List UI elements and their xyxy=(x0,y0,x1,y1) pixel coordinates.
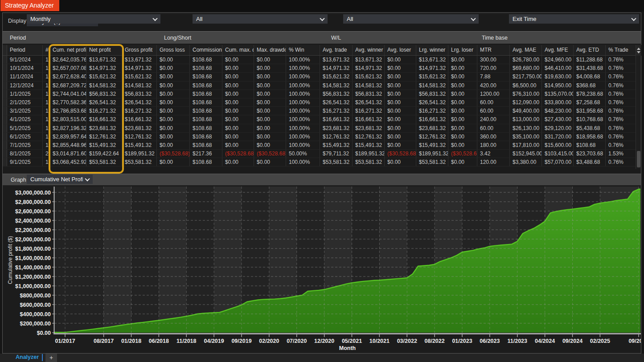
svg-text:02/2020: 02/2020 xyxy=(259,338,279,344)
table-cell: $0.00 xyxy=(254,64,286,72)
table-cell: $69,680.00 xyxy=(510,64,542,72)
table-row[interactable]: 7/1/20251$2,855,448.96$15,491.32$15,491.… xyxy=(3,141,641,150)
period-select[interactable]: Monthly xyxy=(27,14,160,24)
column-header[interactable]: Lrg. winner xyxy=(416,45,448,55)
table-cell: 0.76% xyxy=(606,158,636,166)
table-cell: $23,681.32 xyxy=(86,124,122,132)
svg-text:$3,000,000.00: $3,000,000.00 xyxy=(15,190,51,196)
table-row[interactable]: 4/1/20251$2,803,515.00$16,661.32$16,661.… xyxy=(3,115,641,124)
table-cell: $53,581.32 xyxy=(416,158,448,166)
scrollbar-thumb[interactable] xyxy=(637,151,640,167)
table-cell: $0.00 xyxy=(222,73,254,81)
table-cell: 100.00% xyxy=(286,90,320,98)
table-cell: 4/1/2025 xyxy=(7,115,43,123)
column-header[interactable]: # xyxy=(43,45,50,55)
svg-text:11/2018: 11/2018 xyxy=(176,338,197,344)
table-cell: $56,831.32 xyxy=(122,90,157,98)
table-cell: $2,642,035.76 xyxy=(50,56,86,64)
table-row[interactable]: 9/1/20251$3,068,452.92$53,581.32$53,581.… xyxy=(3,158,641,167)
svg-text:$800,000.00: $800,000.00 xyxy=(20,293,51,299)
table-cell: 3.42 xyxy=(477,150,510,158)
graph-select[interactable]: Cumulative Net Profit xyxy=(27,175,93,184)
table-cell: $103,415.00 xyxy=(542,150,574,158)
table-cell: $15,621.32 xyxy=(353,73,385,81)
table-cell: $0.00 xyxy=(254,124,286,132)
table-cell: 1 xyxy=(43,158,50,166)
table-cell: $15,621.32 xyxy=(86,73,122,81)
column-header[interactable]: Lrg. loser xyxy=(448,45,477,55)
table-cell: $12,761.32 xyxy=(320,133,353,141)
table-row[interactable]: 5/1/20251$2,827,196.32$23,681.32$23,681.… xyxy=(3,124,641,133)
table-row[interactable]: 11/1/20241$2,672,628.40$15,621.32$15,621… xyxy=(3,73,641,81)
column-header[interactable]: Avg. loser xyxy=(385,45,416,55)
table-cell: $79,711.32 xyxy=(320,150,353,158)
row-gutter xyxy=(3,90,7,98)
column-header[interactable]: Cum. net profit xyxy=(50,45,86,55)
table-cell: $189,951.32 xyxy=(353,150,385,158)
column-header[interactable]: % Win xyxy=(286,45,320,55)
table-cell: $108.68 xyxy=(190,56,222,64)
column-header[interactable]: MTR xyxy=(477,45,510,55)
table-cell: 0.76% xyxy=(606,64,636,72)
svg-text:09/2019: 09/2019 xyxy=(231,338,251,344)
column-header[interactable]: Cum. max. drawdown xyxy=(222,45,254,55)
column-header[interactable]: Period xyxy=(7,45,43,55)
table-row[interactable]: 10/1/20241$2,657,007.08$14,971.32$14,971… xyxy=(3,64,641,73)
table-row[interactable]: 1/1/20251$2,744,041.04$56,831.32$56,831.… xyxy=(3,90,641,98)
table-cell: 100.00% xyxy=(286,107,320,115)
add-tab-button[interactable]: + xyxy=(45,354,57,362)
table-cell: 0.76% xyxy=(606,115,636,123)
table-cell: $17,810.00 xyxy=(510,141,542,149)
table-cell: $0.00 xyxy=(448,64,477,72)
chevron-down-icon xyxy=(320,16,324,20)
table-cell: $19,630.00 xyxy=(542,73,574,81)
wl-label: W/L xyxy=(331,35,341,41)
column-header[interactable]: Avg. MAE xyxy=(510,45,542,55)
table-row[interactable]: 2/1/20251$2,770,582.36$26,541.32$26,541.… xyxy=(3,98,641,107)
table-cell: 120.00 xyxy=(477,158,510,166)
column-header[interactable]: Gross loss xyxy=(157,45,190,55)
column-header[interactable]: Avg. MFE xyxy=(542,45,574,55)
scroll-up-icon[interactable] xyxy=(637,48,640,50)
table-cell: $217,750.00 xyxy=(510,73,542,81)
table-cell: $14,971.32 xyxy=(86,64,122,72)
table-cell: $2,657,007.08 xyxy=(50,64,86,72)
table-row[interactable]: 3/1/20251$2,786,853.68$16,271.32$16,271.… xyxy=(3,107,641,115)
svg-text:06/2023: 06/2023 xyxy=(480,338,500,344)
column-header[interactable]: Avg. winner xyxy=(353,45,385,55)
table-cell: $0.00 xyxy=(385,98,416,106)
row-gutter xyxy=(3,133,7,141)
table-cell: $35,100.00 xyxy=(510,133,542,141)
wl-select[interactable]: All xyxy=(343,14,479,24)
column-header[interactable]: Avg. ETD xyxy=(574,45,606,55)
column-header[interactable]: Net profit xyxy=(86,45,122,55)
table-row[interactable]: 6/1/20251$2,839,957.64$12,761.32$12,761.… xyxy=(3,133,641,141)
long-short-select[interactable]: All xyxy=(193,14,328,24)
tab-analyzer[interactable]: Analyzer xyxy=(16,354,39,360)
table-cell: $16,661.32 xyxy=(353,115,385,123)
table-cell: 10/1/2024 xyxy=(7,64,43,72)
table-cell: 6/1/2025 xyxy=(7,133,43,141)
strategy-analyzer-tab[interactable]: Strategy Analyzer xyxy=(0,0,59,11)
table-cell: $2,855,448.96 xyxy=(50,141,86,149)
strategy-analyzer-window: Display Analysis ($) Period Long/Short W… xyxy=(2,12,641,354)
table-row[interactable]: 8/1/20252$3,014,871.60$159,422.64$189,95… xyxy=(3,150,641,158)
table-row[interactable]: 12/1/20241$2,687,209.72$14,581.32$14,581… xyxy=(3,81,641,90)
table-cell: $0.00 xyxy=(157,64,190,72)
chevron-down-icon xyxy=(631,16,636,20)
column-header[interactable]: Avg. trade xyxy=(320,45,353,55)
column-header[interactable]: % Trade xyxy=(606,45,636,55)
column-header[interactable]: Gross profit xyxy=(122,45,157,55)
table-scrollbar[interactable] xyxy=(636,45,641,169)
column-header[interactable]: Commission xyxy=(190,45,222,55)
table-cell: 100.00% xyxy=(286,64,320,72)
scroll-down-icon[interactable] xyxy=(637,51,640,53)
table-cell: 9/1/2024 xyxy=(7,56,43,64)
svg-text:08/2017: 08/2017 xyxy=(94,338,114,344)
table-row[interactable]: 9/1/20241$2,642,035.76$13,671.32$13,671.… xyxy=(3,56,641,64)
time-base-select[interactable]: Exit Time xyxy=(509,14,639,24)
column-header[interactable]: Max. drawdown xyxy=(254,45,286,55)
table-body: 9/1/20241$2,642,035.76$13,671.32$13,671.… xyxy=(3,56,641,167)
table-cell: 100.00% xyxy=(286,124,320,132)
graph-select-value: Cumulative Net Profit xyxy=(30,176,83,183)
